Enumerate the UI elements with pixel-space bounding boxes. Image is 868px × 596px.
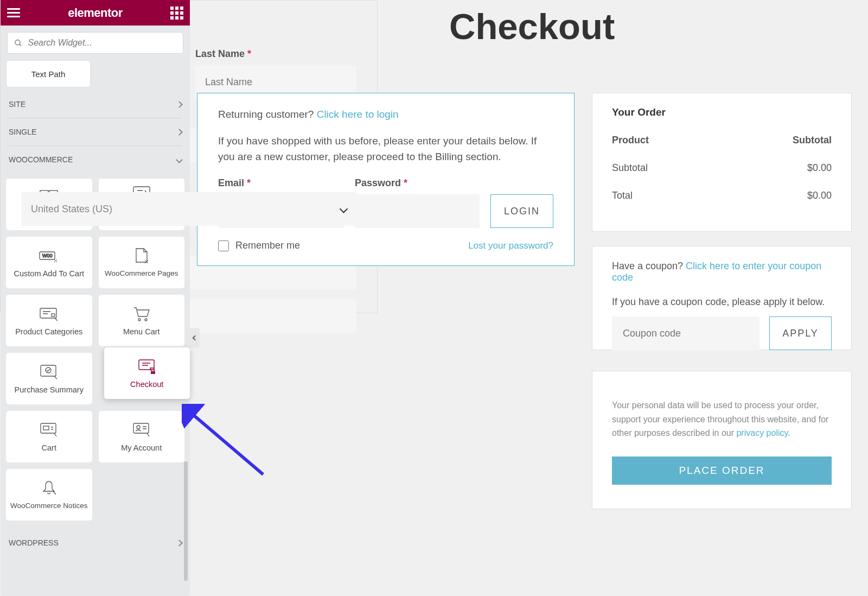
hamburger-icon[interactable] [7, 8, 20, 18]
last-name-label: Last Name * [195, 48, 356, 60]
your-order-panel: Your Order ProductSubtotal Subtotal$0.00… [592, 93, 852, 232]
search-widget-box[interactable] [7, 32, 183, 54]
page-title: Checkout [449, 5, 615, 47]
svg-point-17 [153, 372, 155, 373]
chevron-right-icon [176, 129, 183, 136]
account-icon [133, 422, 150, 439]
login-button[interactable]: LOGIN [490, 194, 553, 228]
widget-woo-notices[interactable]: WooCommerce Notices [6, 469, 92, 521]
pages-icon [134, 248, 149, 265]
svg-point-14 [46, 367, 51, 373]
widget-my-account[interactable]: My Account [99, 411, 185, 462]
widget-checkout[interactable]: Checkout [104, 347, 190, 399]
sidebar-header: elementor [1, 0, 190, 26]
svg-rect-19 [43, 426, 49, 430]
brand-logo: elementor [68, 6, 123, 20]
widget-text-path[interactable]: Text Path [6, 60, 91, 87]
section-wordpress[interactable]: WORDPRESS [1, 529, 190, 556]
section-site[interactable]: SITE [1, 91, 190, 118]
place-order-button[interactable]: PLACE ORDER [612, 456, 832, 485]
apply-button[interactable]: APPLY [769, 316, 832, 350]
privacy-text: Your personal data will be used to proce… [612, 398, 832, 440]
svg-point-0 [15, 40, 20, 45]
privacy-policy-link[interactable]: privacy policy [736, 428, 788, 438]
sidebar-collapse-tab[interactable] [190, 328, 200, 347]
click-to-login-link[interactable]: Click here to login [317, 109, 399, 120]
lost-password-link[interactable]: Lost your password? [468, 240, 553, 251]
coupon-panel: Have a coupon? Click here to enter your … [592, 246, 852, 350]
add-cart-icon: W00 [39, 248, 59, 265]
widget-woo-pages[interactable]: WooCommerce Pages [99, 237, 185, 288]
remember-me[interactable]: Remember me [218, 240, 300, 251]
svg-text:W00: W00 [42, 253, 53, 258]
svg-point-21 [137, 426, 140, 429]
country-select[interactable] [21, 192, 356, 226]
menu-cart-icon [133, 306, 150, 323]
coupon-input[interactable] [612, 316, 760, 350]
checkout-icon [138, 358, 156, 376]
coupon-question: Have a coupon? Click here to enter your … [612, 261, 832, 283]
svg-line-1 [20, 44, 21, 46]
returning-customer-text: Returning customer? Click here to login [218, 109, 553, 121]
cart-icon [40, 422, 58, 439]
widget-product-categories[interactable]: Product Categories [6, 295, 92, 346]
woocommerce-widgets: Products WooCommerce Breadcrumbs W00 Cus… [1, 173, 190, 526]
chevron-down-icon [176, 156, 183, 163]
search-icon [14, 39, 23, 48]
order-header-row: ProductSubtotal [612, 135, 832, 146]
svg-point-11 [138, 319, 141, 321]
widget-custom-add-to-cart[interactable]: W00 Custom Add To Cart [6, 237, 92, 288]
svg-rect-20 [133, 423, 149, 433]
chevron-right-icon [176, 101, 183, 108]
apps-grid-icon[interactable] [170, 7, 183, 20]
elementor-sidebar: elementor Text Path SITE SINGLE WOOCOMME… [1, 0, 190, 596]
widget-menu-cart[interactable]: Menu Cart [99, 295, 185, 346]
svg-rect-10 [52, 314, 55, 316]
password-label: Password * [355, 177, 480, 189]
login-help-text: If you have shopped with us before, plea… [218, 134, 553, 164]
notices-icon [41, 480, 56, 497]
order-title: Your Order [612, 106, 832, 118]
scrollbar[interactable] [184, 461, 188, 581]
widget-cart[interactable]: Cart [6, 411, 92, 462]
section-single[interactable]: SINGLE [1, 118, 190, 145]
section-woocommerce[interactable]: WOOCOMMERCE [1, 146, 190, 173]
remember-checkbox[interactable] [218, 240, 229, 251]
svg-point-12 [145, 319, 147, 321]
svg-rect-18 [41, 423, 56, 433]
order-subtotal-row: Subtotal$0.00 [612, 162, 832, 174]
email-label: Email * [218, 177, 344, 189]
returning-customer-panel: Returning customer? Click here to login … [197, 93, 575, 266]
widget-purchase-summary[interactable]: Purchase Summary [6, 353, 92, 404]
svg-line-22 [190, 412, 263, 474]
order-total-row: Total$0.00 [612, 190, 832, 201]
annotation-arrow [182, 404, 269, 480]
categories-icon [40, 306, 58, 323]
chevron-right-icon [176, 540, 183, 547]
search-input[interactable] [28, 38, 176, 48]
summary-icon [40, 364, 58, 381]
password-input[interactable] [355, 194, 480, 228]
coupon-help: If you have a coupon code, please apply … [612, 296, 832, 308]
svg-point-16 [151, 372, 152, 373]
place-order-panel: Your personal data will be used to proce… [592, 371, 852, 509]
